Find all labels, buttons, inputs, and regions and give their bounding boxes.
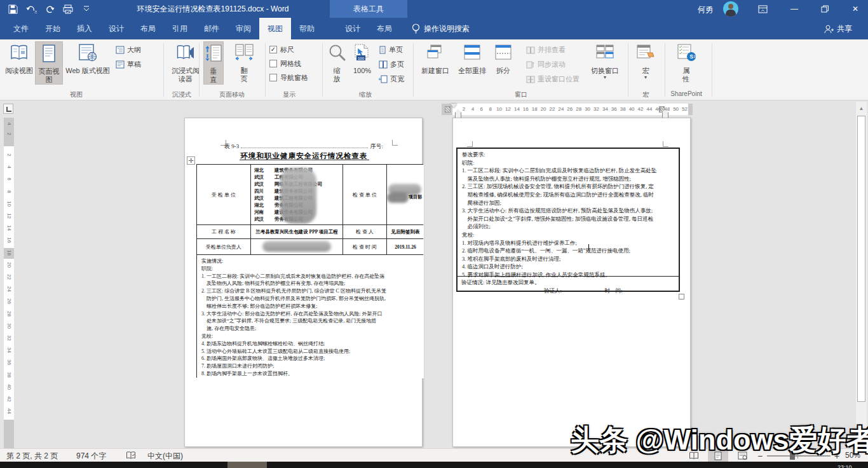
first-line-indent-marker[interactable]	[451, 104, 457, 108]
tab-帮助[interactable]: 帮助	[291, 18, 323, 39]
new-window-label: 新建窗口	[421, 67, 449, 75]
tab-布局[interactable]: 布局	[132, 18, 164, 39]
proofing-icon[interactable]	[126, 451, 136, 460]
table-number: 表 9-3	[224, 142, 239, 151]
immersive-reader-button[interactable]: 沉浸式阅读器	[169, 41, 202, 83]
macros-button[interactable]: 宏 ▾	[633, 41, 658, 80]
arrange-all-button[interactable]: 全部重排	[455, 41, 489, 75]
checkbox-网格线[interactable]: 网格线	[269, 59, 308, 69]
svg-text:S: S	[689, 53, 693, 60]
tab-布局[interactable]: 布局	[369, 18, 400, 39]
new-window-button[interactable]: 新建窗口	[418, 41, 452, 75]
page-indicator[interactable]: 第 2 页, 共 2 页	[6, 451, 58, 462]
text-line: 处未加设“之”字斜撑, 不符合规范要求; 三级配电箱无检查记录, 箱门无接地措	[201, 317, 420, 325]
tab-stop-selector[interactable]	[3, 104, 13, 114]
text-line: 1. 一工区二标段: 实训中心二层刮白完成后未及时恢复临边防护栏杆, 存在高处坠…	[201, 273, 420, 280]
tell-me-search[interactable]: 操作说明搜索	[412, 18, 470, 39]
multi-page-button[interactable]: 多页	[379, 59, 404, 70]
one-page-button[interactable]: 单页	[379, 45, 403, 55]
zoom-100-button[interactable]: 100 100%	[349, 41, 376, 75]
text-line: 7. 剧场屋面洞口未进行封闭防护;	[201, 362, 420, 370]
bottom-video-strip: 23:10	[0, 462, 868, 468]
ruler-number: 38	[618, 106, 627, 112]
crop-mark	[663, 141, 668, 147]
immersive-reader-label: 沉浸式阅读器	[171, 67, 200, 83]
text-line: 8. 剧场内脚手架最上一步未设置挡脚杆。	[201, 370, 420, 378]
cell-head-value	[251, 239, 342, 254]
page-width-button[interactable]: 页宽	[379, 74, 404, 85]
tab-开始[interactable]: 开始	[37, 18, 69, 39]
outline-view-button[interactable]: 大纲	[116, 45, 141, 55]
table-column-marker[interactable]	[445, 106, 451, 113]
ribbon-display-options-icon[interactable]	[750, 0, 775, 18]
tab-邮件[interactable]: 邮件	[196, 18, 227, 39]
tab-引用[interactable]: 引用	[164, 18, 196, 39]
tab-文件[interactable]: 文件	[5, 18, 37, 39]
print-preview-icon[interactable]	[62, 3, 74, 15]
customize-qat-icon[interactable]	[80, 3, 93, 15]
minimize-button[interactable]: —	[782, 0, 807, 18]
text-line: 落及坠物伤人事故; 物料提升机防护棚变形立杆进行规范, 增强稳固性;	[462, 175, 675, 183]
ruler-number: 36	[6, 358, 12, 367]
new-window-icon	[426, 44, 445, 67]
checkbox-标尺[interactable]: ✓标尺	[269, 45, 308, 55]
tab-视图[interactable]: 视图	[259, 18, 291, 39]
split-button[interactable]: 拆分	[492, 41, 515, 75]
one-page-icon	[379, 46, 386, 54]
checkbox-label: 导航窗格	[280, 73, 308, 83]
ruler-number: 46	[654, 106, 663, 112]
table-move-handle[interactable]: ✛	[187, 156, 195, 165]
tab-插入[interactable]: 插入	[69, 18, 100, 39]
ruler-number: 4	[6, 163, 12, 172]
page-width-label: 页宽	[390, 74, 404, 84]
language-indicator[interactable]: 中文(中国)	[147, 451, 183, 462]
print-layout-button[interactable]: 页面视图	[35, 41, 63, 85]
contextual-ribbon-tabs: 设计布局	[330, 18, 407, 39]
page-1[interactable]: 表 9-3 序号: 环境和职业健康安全运行情况检查表 ✛ 受 检 单 位 湖北 …	[184, 118, 423, 447]
scroll-up-icon[interactable]: ▲	[857, 104, 866, 114]
save-icon[interactable]	[6, 3, 19, 15]
restore-button[interactable]	[812, 0, 837, 18]
redo-icon[interactable]	[43, 3, 56, 15]
implementation-status-cell[interactable]: 实施情况: 职院: 1. 一工区二标段: 实训中心二层刮白完成后未及时恢复临边防…	[197, 255, 424, 378]
page-2[interactable]: 整改要求: 职院: 1. 一工区二标段: 实训中心二层刮白完成后及时恢复临边防护…	[452, 118, 691, 447]
rectification-table[interactable]: 整改要求: 职院: 1. 一工区二标段: 实训中心二层刮白完成后及时恢复临边防护…	[456, 148, 680, 292]
switch-windows-button[interactable]: 切换窗口 ▾	[587, 41, 623, 80]
word-window: 环境安全运行情况检查表191125.docx - Word 表格工具 何勇 — …	[0, 0, 868, 468]
vertical-scrollbar[interactable]: ▲ ▼	[856, 102, 867, 448]
checkbox-导航窗格[interactable]: 导航窗格	[269, 72, 308, 83]
tab-审阅[interactable]: 审阅	[227, 18, 259, 39]
text-line: 1. 对现场内塔吊及物料提升机进行维护保养工作;	[462, 239, 675, 247]
close-button[interactable]: ✕	[843, 0, 868, 18]
ruler-number: 16	[6, 236, 12, 245]
draft-view-button[interactable]: 草稿	[116, 59, 141, 70]
side-to-side-button[interactable]: 翻页	[233, 41, 255, 83]
rectification-text[interactable]: 整改要求: 职院: 1. 一工区二标段: 实训中心二层刮白完成后及时恢复临边防护…	[458, 149, 679, 279]
reset-window-icon	[526, 76, 535, 83]
zoom-button[interactable]: 缩放	[326, 41, 348, 83]
tab-设计[interactable]: 设计	[100, 18, 132, 39]
table-resize-handle[interactable]	[679, 294, 684, 299]
vertical-ruler[interactable]: 42 2468101214161820222426283032343638404…	[4, 118, 14, 448]
checkbox-box[interactable]	[269, 74, 277, 81]
properties-button[interactable]: S 属性	[672, 41, 700, 83]
vertical-movement-button[interactable]: 垂直	[203, 41, 224, 85]
checkbox-box[interactable]: ✓	[269, 46, 277, 53]
text-line: 螺栓伸出长度不够; 部分临边防护栏杆损坏未修复;	[201, 303, 420, 310]
text-line: 必须到位;	[462, 223, 675, 231]
horizontal-ruler[interactable]: 2 24681012141618202224262830323436384042…	[442, 104, 693, 115]
avatar-head	[728, 4, 733, 9]
web-layout-button[interactable]: Web 版式视图	[65, 41, 111, 75]
user-name[interactable]: 何勇	[698, 4, 713, 15]
share-label: 共享	[837, 24, 852, 34]
checkbox-box[interactable]	[269, 60, 277, 67]
undo-icon[interactable]	[25, 3, 37, 15]
text-line: 党校:	[462, 231, 675, 239]
read-mode-button[interactable]: 阅读视图	[5, 41, 33, 75]
word-count[interactable]: 974 个字	[76, 451, 106, 462]
share-button[interactable]: 共享	[824, 18, 852, 39]
tab-设计[interactable]: 设计	[337, 18, 369, 39]
avatar[interactable]	[723, 1, 738, 17]
text-line: 3. 大学生活动中心: 部分临边无防护栏杆, 存在高处坠落及坠物伤人风险; 外架…	[201, 310, 420, 318]
scrollbar-thumb[interactable]	[857, 116, 865, 402]
